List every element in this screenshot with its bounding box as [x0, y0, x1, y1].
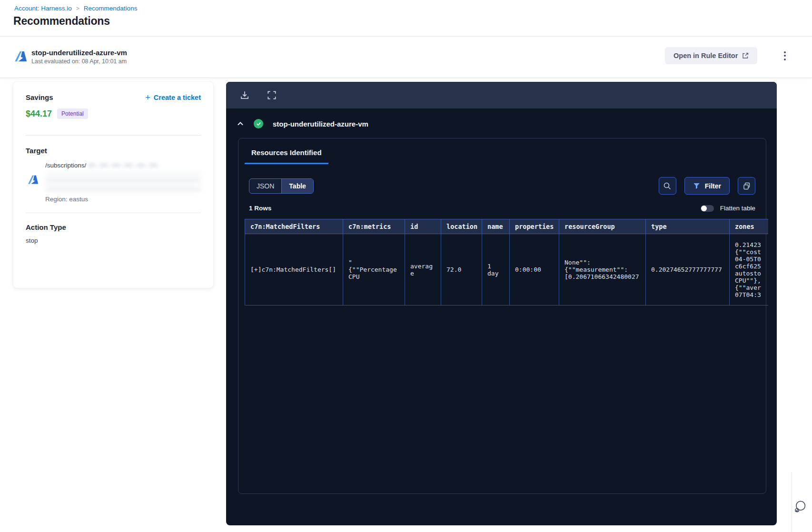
download-icon[interactable]: [239, 90, 250, 100]
cell-resource-group: None"": {""measurement"": [0.20671066342…: [559, 234, 646, 305]
col-header-name: name: [482, 219, 510, 234]
viewer-rule-title: stop-underutilized-azure-vm: [273, 120, 368, 128]
azure-icon: [28, 174, 39, 185]
page-title: Recommendations: [13, 15, 110, 28]
breadcrumb-recommendations-link[interactable]: Recommendations: [84, 5, 138, 12]
view-mode-json[interactable]: JSON: [249, 179, 282, 193]
target-region: Region: eastus: [45, 196, 201, 203]
redacted-text-block: [45, 172, 201, 192]
filter-label: Filter: [705, 182, 721, 190]
cell-location: 72.0: [441, 234, 482, 305]
rows-count: 1 Rows: [249, 205, 271, 212]
table-header-row: c7n:MatchedFilters c7n:metrics id locati…: [245, 219, 769, 234]
target-path: /subscriptions/: [45, 162, 86, 169]
flatten-table-label: Flatten table: [720, 205, 755, 212]
col-header-properties: properties: [510, 219, 559, 234]
redacted-text: [88, 163, 159, 168]
cell-id: average: [405, 234, 441, 305]
cell-matched-filters-expand[interactable]: [+]c7n:MatchedFilters[]: [245, 234, 343, 305]
col-header-resource-group: resourceGroup: [559, 219, 646, 234]
plus-icon: +: [145, 94, 150, 101]
azure-icon: [14, 50, 27, 63]
filter-button[interactable]: Filter: [684, 177, 730, 195]
copy-icon: [743, 182, 751, 190]
col-header-type: type: [646, 219, 730, 234]
fullscreen-icon[interactable]: [267, 90, 277, 100]
open-in-rule-editor-label: Open in Rule Editor: [673, 52, 738, 59]
col-header-metrics: c7n:metrics: [343, 219, 405, 234]
search-button[interactable]: [659, 177, 676, 195]
divider: [26, 213, 201, 213]
breadcrumb: Account: Harness.io > Recommendations: [14, 5, 137, 12]
flatten-table-toggle[interactable]: [701, 205, 714, 212]
action-type-label: Action Type: [26, 223, 201, 231]
open-in-rule-editor-button[interactable]: Open in Rule Editor: [665, 47, 757, 64]
col-header-zones: zones: [730, 219, 769, 234]
viewer-toolbar: [226, 82, 777, 108]
view-mode-toggle: JSON Table: [249, 178, 314, 194]
action-type-value: stop: [26, 237, 201, 244]
cell-metrics: " {""Percentage CPU: [343, 234, 405, 305]
cell-zones: 0.21423 {""cost 04-05T0 c6cf625 autosto …: [730, 234, 769, 305]
recommendation-title: stop-underutilized-azure-vm: [31, 49, 127, 57]
view-mode-table[interactable]: Table: [282, 179, 313, 193]
resources-card: Resources Identified JSON Table Filter: [238, 138, 766, 494]
create-ticket-button[interactable]: + Create a ticket: [145, 94, 201, 101]
cell-name: 1 day: [482, 234, 510, 305]
copy-button[interactable]: [738, 177, 755, 195]
breadcrumb-account-link[interactable]: Account: Harness.io: [14, 5, 72, 12]
potential-badge: Potential: [57, 108, 88, 119]
recommendation-last-evaluated: Last evaluated on: 08 Apr, 10:01 am: [31, 58, 127, 65]
external-link-icon: [742, 52, 749, 59]
recommendation-header: stop-underutilized-azure-vm Last evaluat…: [0, 37, 812, 78]
page-topbar: Account: Harness.io > Recommendations Re…: [0, 0, 812, 37]
create-ticket-label: Create a ticket: [154, 94, 201, 101]
breadcrumb-separator-icon: >: [76, 5, 79, 12]
resources-table: c7n:MatchedFilters c7n:metrics id locati…: [245, 219, 768, 305]
table-row: [+]c7n:MatchedFilters[] " {""Percentage …: [245, 234, 769, 305]
resources-table-wrap: c7n:MatchedFilters c7n:metrics id locati…: [245, 219, 768, 305]
filter-funnel-icon: [693, 182, 700, 189]
savings-card: Savings + Create a ticket $44.17 Potenti…: [13, 82, 213, 288]
cell-properties: 0:00:00: [510, 234, 559, 305]
savings-label: Savings: [26, 93, 53, 101]
cell-type: 0.20274652777777777: [646, 234, 730, 305]
search-icon: [663, 182, 672, 190]
more-options-menu-icon[interactable]: [779, 46, 791, 66]
divider: [26, 135, 201, 136]
tab-resources-identified[interactable]: Resources Identified: [245, 148, 328, 164]
success-check-icon: [254, 119, 263, 128]
col-header-location: location: [441, 219, 482, 234]
resources-viewer-panel: stop-underutilized-azure-vm Resources Id…: [226, 82, 777, 525]
savings-amount: $44.17: [26, 109, 52, 119]
col-header-id: id: [405, 219, 441, 234]
col-header-matched-filters: c7n:MatchedFilters: [245, 219, 343, 234]
collapse-chevron-up-icon[interactable]: [237, 120, 244, 128]
help-chat-icon[interactable]: [792, 499, 808, 515]
target-label: Target: [26, 147, 201, 155]
